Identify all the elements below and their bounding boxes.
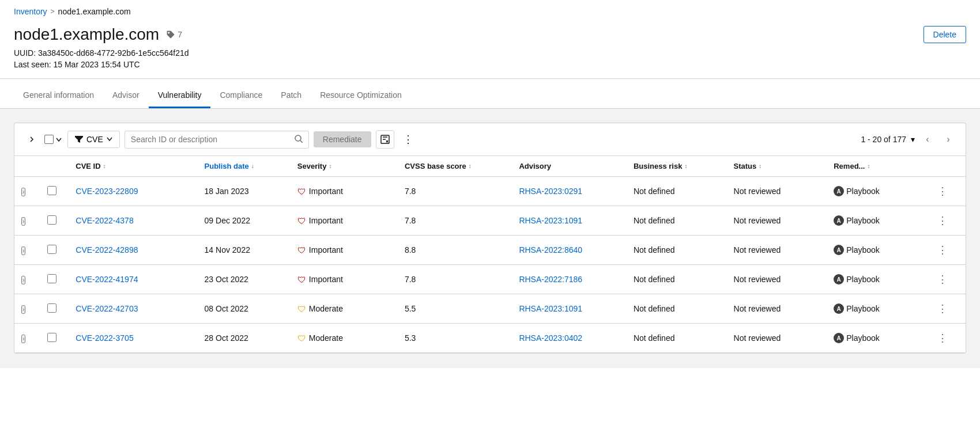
row-expand-button[interactable]: › [21, 276, 25, 284]
breadcrumb-current: node1.example.com [58, 7, 131, 16]
remediate-button[interactable]: Remediate [314, 131, 371, 147]
row-checkbox[interactable] [47, 186, 56, 195]
row-checkbox[interactable] [47, 215, 56, 225]
status-cell: Not reviewed [727, 294, 827, 324]
remed-cell: A Playbook [827, 265, 927, 294]
advisory-link[interactable]: RHSA-2022:8640 [519, 245, 582, 255]
severity-cell: 🛡 Moderate [291, 294, 398, 324]
th-advisory: Advisory [512, 156, 626, 177]
th-remed[interactable]: Remed... ↕ [827, 156, 927, 177]
export-button[interactable] [376, 130, 394, 149]
table-row: › CVE-2022-42898 14 Nov 2022 🛡 Important… [14, 236, 966, 265]
row-expand-button[interactable]: › [21, 188, 25, 196]
remed-label: Playbook [846, 245, 880, 255]
sort-arrow-severity: ↕ [329, 163, 331, 169]
search-input[interactable] [125, 131, 289, 147]
row-expand-button[interactable]: › [21, 305, 25, 314]
cve-id-link[interactable]: CVE-2023-22809 [76, 187, 138, 196]
status-cell: Not reviewed [727, 206, 827, 236]
filter-button[interactable]: CVE [67, 131, 120, 148]
severity-important-icon: 🛡 [297, 245, 306, 255]
prev-page-button[interactable]: ‹ [919, 131, 936, 147]
row-checkbox[interactable] [47, 333, 56, 342]
th-publish-date[interactable]: Publish date ↓ [198, 156, 291, 177]
th-status[interactable]: Status ↕ [727, 156, 827, 177]
table-row: › CVE-2022-3705 28 Oct 2022 🛡 Moderate 5… [14, 324, 966, 353]
publish-date-cell: 18 Jan 2023 [198, 177, 291, 206]
page-count: 1 - 20 of 177 [861, 135, 906, 144]
advisory-link[interactable]: RHSA-2023:1091 [519, 304, 582, 313]
filter-label: CVE [86, 135, 103, 144]
uuid-label: UUID: 3a38450c-dd68-4772-92b6-1e5cc564f2… [14, 48, 966, 58]
th-check [40, 156, 69, 177]
delete-button[interactable]: Delete [924, 26, 966, 43]
advisory-link[interactable]: RHSA-2023:1091 [519, 216, 582, 225]
row-checkbox[interactable] [47, 245, 56, 254]
table-row: › CVE-2022-41974 23 Oct 2022 🛡 Important… [14, 265, 966, 294]
tab-compliance[interactable]: Compliance [210, 83, 272, 108]
cve-id-link[interactable]: CVE-2022-41974 [76, 275, 138, 284]
severity-moderate-icon: 🛡 [297, 304, 306, 314]
remed-cell: A Playbook [827, 236, 927, 265]
breadcrumb: Inventory > node1.example.com [0, 0, 980, 21]
th-cvss-base-score[interactable]: CVSS base score ↕ [398, 156, 512, 177]
th-cve-id[interactable]: CVE ID ↕ [69, 156, 197, 177]
search-button[interactable] [289, 131, 308, 148]
tab-advisor[interactable]: Advisor [103, 83, 149, 108]
playbook-icon: A [834, 333, 844, 343]
remed-cell: A Playbook [827, 206, 927, 236]
row-actions-button[interactable]: ⋮ [934, 331, 951, 346]
table-row: › CVE-2023-22809 18 Jan 2023 🛡 Important… [14, 177, 966, 206]
cve-id-link[interactable]: CVE-2022-42703 [76, 304, 138, 313]
playbook-icon: A [834, 186, 844, 196]
severity-cell: 🛡 Important [291, 206, 398, 236]
select-dropdown-button[interactable] [55, 134, 63, 145]
row-actions-button[interactable]: ⋮ [934, 272, 951, 287]
row-actions-button[interactable]: ⋮ [934, 301, 951, 316]
breadcrumb-inventory-link[interactable]: Inventory [14, 7, 47, 16]
row-expand-button[interactable]: › [21, 335, 25, 343]
export-icon [380, 135, 390, 144]
th-business-risk[interactable]: Business risk ↕ [627, 156, 727, 177]
tab-general-information[interactable]: General information [14, 83, 103, 108]
cvss-score-cell: 8.8 [398, 236, 512, 265]
sort-arrow-status: ↕ [759, 163, 762, 169]
business-risk-cell: Not defined [627, 324, 727, 353]
row-actions-button[interactable]: ⋮ [934, 184, 951, 199]
tag-count-value: 7 [178, 30, 182, 39]
expand-all-button[interactable] [24, 131, 40, 147]
business-risk-cell: Not defined [627, 294, 727, 324]
next-page-button[interactable]: › [940, 131, 956, 147]
page-meta: UUID: 3a38450c-dd68-4772-92b6-1e5cc564f2… [14, 48, 966, 69]
row-expand-button[interactable]: › [21, 246, 25, 255]
select-all-checkbox[interactable] [44, 135, 54, 144]
tab-resource-optimization[interactable]: Resource Optimization [311, 83, 411, 108]
row-actions-button[interactable]: ⋮ [934, 213, 951, 228]
row-actions-button[interactable]: ⋮ [934, 242, 951, 257]
playbook-icon: A [834, 215, 844, 226]
cve-id-link[interactable]: CVE-2022-4378 [76, 216, 133, 225]
cvss-score-cell: 7.8 [398, 265, 512, 294]
th-severity[interactable]: Severity ↕ [291, 156, 398, 177]
th-actions [927, 156, 966, 177]
row-expand-button[interactable]: › [21, 217, 25, 226]
advisory-link[interactable]: RHSA-2023:0402 [519, 333, 582, 343]
publish-date-cell: 28 Oct 2022 [198, 324, 291, 353]
table-row: › CVE-2022-42703 08 Oct 2022 🛡 Moderate … [14, 294, 966, 324]
sort-arrow-date: ↓ [251, 163, 254, 169]
tab-vulnerability[interactable]: Vulnerability [149, 83, 211, 108]
tag-count: 7 [166, 30, 182, 39]
row-select-all[interactable] [44, 134, 63, 145]
more-actions-button[interactable]: ⋮ [399, 130, 417, 149]
tab-patch[interactable]: Patch [272, 83, 311, 108]
sort-arrow-risk: ↕ [684, 163, 687, 169]
severity-important-icon: 🛡 [297, 275, 306, 284]
row-checkbox[interactable] [47, 303, 56, 313]
cvss-score-cell: 7.8 [398, 177, 512, 206]
cve-id-link[interactable]: CVE-2022-3705 [76, 333, 133, 343]
advisory-link[interactable]: RHSA-2023:0291 [519, 187, 582, 196]
page-size-dropdown[interactable]: ▾ [911, 135, 915, 144]
row-checkbox[interactable] [47, 274, 56, 283]
cve-id-link[interactable]: CVE-2022-42898 [76, 245, 138, 255]
advisory-link[interactable]: RHSA-2022:7186 [519, 275, 582, 284]
